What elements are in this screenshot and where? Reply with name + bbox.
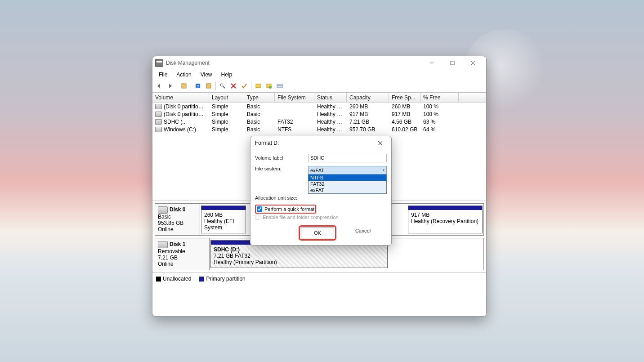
svg-rect-15 [277, 84, 282, 88]
col-status[interactable]: Status [314, 93, 347, 102]
compression-checkbox [255, 215, 260, 220]
chevron-down-icon: ▾ [383, 168, 385, 172]
toolbar-icon[interactable] [275, 81, 285, 91]
quick-format-checkbox[interactable] [257, 206, 262, 212]
col-volume[interactable]: Volume [152, 93, 209, 102]
title-bar[interactable]: Disk Management [152, 56, 486, 70]
toolbar-icon[interactable] [179, 81, 189, 91]
delete-icon[interactable] [228, 81, 238, 91]
file-system-select[interactable]: exFAT▾ NTFS FAT32 exFAT [308, 166, 387, 194]
minimize-button[interactable] [421, 56, 442, 70]
alloc-size-label: Allocation unit size: [255, 195, 308, 201]
table-row[interactable]: Windows (C:)SimpleBasicNTFSHealthy (B...… [152, 125, 486, 133]
disk-info: Disk 0Basic953.85 GBOnline [155, 204, 200, 235]
check-icon[interactable] [239, 81, 249, 91]
compression-checkbox-row: Enable file and folder compression [255, 214, 387, 221]
svg-text:?: ? [197, 84, 199, 89]
svg-rect-1 [451, 61, 454, 65]
col-spacer [459, 93, 486, 102]
col-pct[interactable]: % Free [420, 93, 459, 102]
file-system-label: File system: [255, 166, 308, 171]
toolbar-icon[interactable] [218, 81, 228, 91]
app-icon [155, 59, 163, 67]
fs-option-exfat[interactable]: exFAT [309, 187, 386, 193]
fs-option-fat32[interactable]: FAT32 [309, 181, 386, 187]
svg-point-8 [220, 84, 223, 86]
svg-rect-4 [182, 84, 186, 88]
maximize-button[interactable] [442, 56, 463, 70]
legend-unallocated: Unallocated [156, 276, 191, 282]
menu-bar: File Action View Help [152, 70, 486, 80]
dialog-title-bar[interactable]: Format D: [250, 136, 391, 150]
toolbar: ? [152, 80, 486, 93]
quick-format-highlight: Perform a quick format [255, 205, 316, 214]
col-layout[interactable]: Layout [209, 93, 244, 102]
disk-info: Disk 1Removable7.21 GBOnline [155, 238, 210, 270]
table-row[interactable]: SDHC (...SimpleBasicFAT32Healthy (P...7.… [152, 118, 486, 125]
forward-icon[interactable] [165, 81, 175, 91]
col-free[interactable]: Free Sp... [389, 93, 420, 102]
dialog-close-button[interactable] [373, 136, 387, 150]
partition[interactable]: 260 MBHealthy (EFI System [201, 206, 246, 233]
toolbar-icon[interactable] [204, 81, 214, 91]
fs-option-ntfs[interactable]: NTFS [309, 174, 386, 181]
menu-action[interactable]: Action [173, 71, 195, 79]
close-button[interactable] [463, 56, 483, 70]
table-row[interactable]: (Disk 0 partition 4)SimpleBasicHealthy (… [152, 110, 486, 118]
volume-label-label: Volume label: [255, 155, 308, 161]
svg-line-9 [223, 86, 225, 88]
back-icon[interactable] [154, 81, 164, 91]
col-type[interactable]: Type [244, 93, 275, 102]
toolbar-icon[interactable] [264, 81, 274, 91]
legend: Unallocated Primary partition [152, 273, 486, 285]
legend-primary: Primary partition [199, 276, 245, 282]
cancel-button[interactable]: Cancel [346, 225, 380, 236]
toolbar-icon[interactable] [253, 81, 263, 91]
quick-format-label: Perform a quick format [264, 206, 314, 212]
quick-format-checkbox-row[interactable]: Perform a quick format [257, 206, 314, 213]
ok-button-highlight: OK [299, 225, 336, 241]
table-row[interactable]: (Disk 0 partition 1)SimpleBasicHealthy (… [152, 103, 486, 110]
window-title: Disk Management [166, 60, 210, 66]
svg-rect-12 [256, 84, 260, 88]
ok-button[interactable]: OK [301, 228, 334, 238]
dialog-title: Format D: [255, 140, 279, 146]
desktop-background: Disk Management File Action View Help ? [0, 0, 644, 362]
svg-rect-7 [206, 84, 211, 88]
col-fs[interactable]: File System [275, 93, 314, 102]
svg-point-14 [269, 86, 272, 89]
partition[interactable]: 917 MBHealthy (Recovery Partition) [408, 206, 483, 233]
format-dialog: Format D: Volume label: File system: exF… [250, 136, 392, 246]
file-system-dropdown: NTFS FAT32 exFAT [308, 174, 387, 194]
menu-view[interactable]: View [197, 71, 216, 79]
col-capacity[interactable]: Capacity [347, 93, 389, 102]
table-head: Volume Layout Type File System Status Ca… [152, 93, 486, 103]
help-icon[interactable]: ? [193, 81, 203, 91]
menu-file[interactable]: File [155, 71, 171, 79]
menu-help[interactable]: Help [218, 71, 236, 79]
volume-label-input[interactable] [308, 154, 387, 162]
compression-label: Enable file and folder compression [263, 215, 339, 220]
